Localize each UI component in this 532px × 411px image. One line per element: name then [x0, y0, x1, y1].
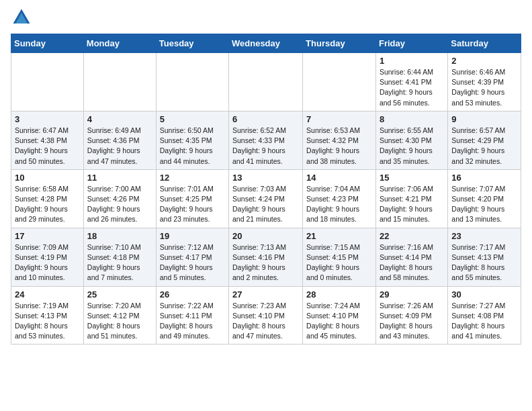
day-info: Sunrise: 6:53 AM Sunset: 4:32 PM Dayligh…	[306, 126, 372, 167]
calendar-cell: 15Sunrise: 7:06 AM Sunset: 4:21 PM Dayli…	[375, 169, 447, 228]
day-number: 10	[15, 173, 80, 183]
calendar-cell: 25Sunrise: 7:20 AM Sunset: 4:12 PM Dayli…	[83, 286, 156, 345]
weekday-header-tuesday: Tuesday	[156, 34, 228, 53]
day-number: 21	[306, 231, 372, 241]
calendar-cell: 11Sunrise: 7:00 AM Sunset: 4:26 PM Dayli…	[83, 169, 156, 228]
day-info: Sunrise: 7:04 AM Sunset: 4:23 PM Dayligh…	[306, 184, 372, 225]
weekday-header-thursday: Thursday	[303, 34, 376, 53]
day-number: 28	[306, 289, 372, 300]
calendar-cell: 5Sunrise: 6:50 AM Sunset: 4:35 PM Daylig…	[156, 111, 228, 169]
calendar-cell: 2Sunrise: 6:46 AM Sunset: 4:39 PM Daylig…	[448, 53, 521, 111]
logo	[11, 7, 35, 28]
day-info: Sunrise: 7:00 AM Sunset: 4:26 PM Dayligh…	[87, 184, 152, 225]
day-info: Sunrise: 7:24 AM Sunset: 4:10 PM Dayligh…	[306, 301, 372, 342]
calendar-cell: 3Sunrise: 6:47 AM Sunset: 4:38 PM Daylig…	[11, 111, 84, 169]
weekday-header-monday: Monday	[83, 34, 156, 53]
day-info: Sunrise: 7:09 AM Sunset: 4:19 PM Dayligh…	[15, 242, 80, 283]
day-number: 19	[160, 231, 225, 241]
day-number: 3	[15, 114, 80, 124]
calendar-cell: 17Sunrise: 7:09 AM Sunset: 4:19 PM Dayli…	[11, 228, 84, 286]
weekday-header-wednesday: Wednesday	[229, 34, 303, 53]
day-number: 22	[380, 231, 444, 241]
calendar-cell: 8Sunrise: 6:55 AM Sunset: 4:30 PM Daylig…	[375, 111, 447, 169]
week-row-3: 10Sunrise: 6:58 AM Sunset: 4:28 PM Dayli…	[11, 169, 521, 228]
weekday-header-friday: Friday	[375, 34, 447, 53]
calendar-table: SundayMondayTuesdayWednesdayThursdayFrid…	[11, 34, 521, 345]
day-number: 2	[451, 56, 517, 66]
day-number: 24	[15, 289, 80, 300]
calendar-cell: 12Sunrise: 7:01 AM Sunset: 4:25 PM Dayli…	[156, 169, 228, 228]
day-info: Sunrise: 7:27 AM Sunset: 4:08 PM Dayligh…	[451, 301, 517, 342]
calendar-cell	[11, 53, 84, 111]
calendar-cell: 16Sunrise: 7:07 AM Sunset: 4:20 PM Dayli…	[448, 169, 521, 228]
day-info: Sunrise: 7:19 AM Sunset: 4:13 PM Dayligh…	[15, 301, 80, 342]
calendar-cell: 19Sunrise: 7:12 AM Sunset: 4:17 PM Dayli…	[156, 228, 228, 286]
calendar-cell: 21Sunrise: 7:15 AM Sunset: 4:15 PM Dayli…	[303, 228, 376, 286]
logo-icon	[11, 7, 32, 28]
day-info: Sunrise: 7:10 AM Sunset: 4:18 PM Dayligh…	[87, 242, 152, 283]
day-number: 13	[232, 173, 299, 183]
week-row-2: 3Sunrise: 6:47 AM Sunset: 4:38 PM Daylig…	[11, 111, 521, 169]
day-number: 23	[451, 231, 517, 241]
day-number: 14	[306, 173, 372, 183]
day-number: 27	[232, 289, 299, 300]
day-info: Sunrise: 6:52 AM Sunset: 4:33 PM Dayligh…	[232, 126, 299, 167]
week-row-5: 24Sunrise: 7:19 AM Sunset: 4:13 PM Dayli…	[11, 286, 521, 345]
day-info: Sunrise: 6:55 AM Sunset: 4:30 PM Dayligh…	[380, 126, 444, 167]
day-number: 5	[160, 114, 225, 124]
calendar-cell: 30Sunrise: 7:27 AM Sunset: 4:08 PM Dayli…	[448, 286, 521, 345]
day-info: Sunrise: 6:50 AM Sunset: 4:35 PM Dayligh…	[160, 126, 225, 167]
header	[11, 7, 521, 28]
calendar-cell	[156, 53, 228, 111]
weekday-header-sunday: Sunday	[11, 34, 84, 53]
day-number: 9	[451, 114, 517, 124]
day-info: Sunrise: 7:13 AM Sunset: 4:16 PM Dayligh…	[232, 242, 299, 283]
calendar-cell: 10Sunrise: 6:58 AM Sunset: 4:28 PM Dayli…	[11, 169, 84, 228]
weekday-header-saturday: Saturday	[448, 34, 521, 53]
day-info: Sunrise: 6:49 AM Sunset: 4:36 PM Dayligh…	[87, 126, 152, 167]
day-number: 1	[380, 56, 444, 66]
week-row-4: 17Sunrise: 7:09 AM Sunset: 4:19 PM Dayli…	[11, 228, 521, 286]
calendar-cell: 13Sunrise: 7:03 AM Sunset: 4:24 PM Dayli…	[229, 169, 303, 228]
day-info: Sunrise: 7:03 AM Sunset: 4:24 PM Dayligh…	[232, 184, 299, 225]
weekday-header-row: SundayMondayTuesdayWednesdayThursdayFrid…	[11, 34, 521, 53]
calendar-cell: 23Sunrise: 7:17 AM Sunset: 4:13 PM Dayli…	[448, 228, 521, 286]
day-number: 15	[380, 173, 444, 183]
day-info: Sunrise: 7:22 AM Sunset: 4:11 PM Dayligh…	[160, 301, 225, 342]
page: SundayMondayTuesdayWednesdayThursdayFrid…	[0, 0, 532, 355]
day-info: Sunrise: 7:06 AM Sunset: 4:21 PM Dayligh…	[380, 184, 444, 225]
calendar-cell: 22Sunrise: 7:16 AM Sunset: 4:14 PM Dayli…	[375, 228, 447, 286]
calendar-cell	[229, 53, 303, 111]
week-row-1: 1Sunrise: 6:44 AM Sunset: 4:41 PM Daylig…	[11, 53, 521, 111]
calendar-cell: 4Sunrise: 6:49 AM Sunset: 4:36 PM Daylig…	[83, 111, 156, 169]
day-number: 8	[380, 114, 444, 124]
day-info: Sunrise: 7:20 AM Sunset: 4:12 PM Dayligh…	[87, 301, 152, 342]
day-number: 30	[451, 289, 517, 300]
calendar-cell: 20Sunrise: 7:13 AM Sunset: 4:16 PM Dayli…	[229, 228, 303, 286]
calendar-cell: 27Sunrise: 7:23 AM Sunset: 4:10 PM Dayli…	[229, 286, 303, 345]
calendar-cell: 7Sunrise: 6:53 AM Sunset: 4:32 PM Daylig…	[303, 111, 376, 169]
calendar-cell: 6Sunrise: 6:52 AM Sunset: 4:33 PM Daylig…	[229, 111, 303, 169]
calendar-cell: 26Sunrise: 7:22 AM Sunset: 4:11 PM Dayli…	[156, 286, 228, 345]
calendar-cell: 24Sunrise: 7:19 AM Sunset: 4:13 PM Dayli…	[11, 286, 84, 345]
day-info: Sunrise: 6:47 AM Sunset: 4:38 PM Dayligh…	[15, 126, 80, 167]
calendar-cell	[83, 53, 156, 111]
day-number: 7	[306, 114, 372, 124]
day-number: 29	[380, 289, 444, 300]
day-info: Sunrise: 7:15 AM Sunset: 4:15 PM Dayligh…	[306, 242, 372, 283]
day-number: 11	[87, 173, 152, 183]
calendar-cell: 9Sunrise: 6:57 AM Sunset: 4:29 PM Daylig…	[448, 111, 521, 169]
day-number: 26	[160, 289, 225, 300]
day-number: 16	[451, 173, 517, 183]
day-info: Sunrise: 6:57 AM Sunset: 4:29 PM Dayligh…	[451, 126, 517, 167]
day-info: Sunrise: 7:23 AM Sunset: 4:10 PM Dayligh…	[232, 301, 299, 342]
calendar-cell: 28Sunrise: 7:24 AM Sunset: 4:10 PM Dayli…	[303, 286, 376, 345]
day-number: 25	[87, 289, 152, 300]
calendar-cell: 18Sunrise: 7:10 AM Sunset: 4:18 PM Dayli…	[83, 228, 156, 286]
day-info: Sunrise: 7:12 AM Sunset: 4:17 PM Dayligh…	[160, 242, 225, 283]
day-number: 4	[87, 114, 152, 124]
calendar-cell	[303, 53, 376, 111]
day-info: Sunrise: 7:16 AM Sunset: 4:14 PM Dayligh…	[380, 242, 444, 283]
day-info: Sunrise: 6:58 AM Sunset: 4:28 PM Dayligh…	[15, 184, 80, 225]
day-number: 20	[232, 231, 299, 241]
